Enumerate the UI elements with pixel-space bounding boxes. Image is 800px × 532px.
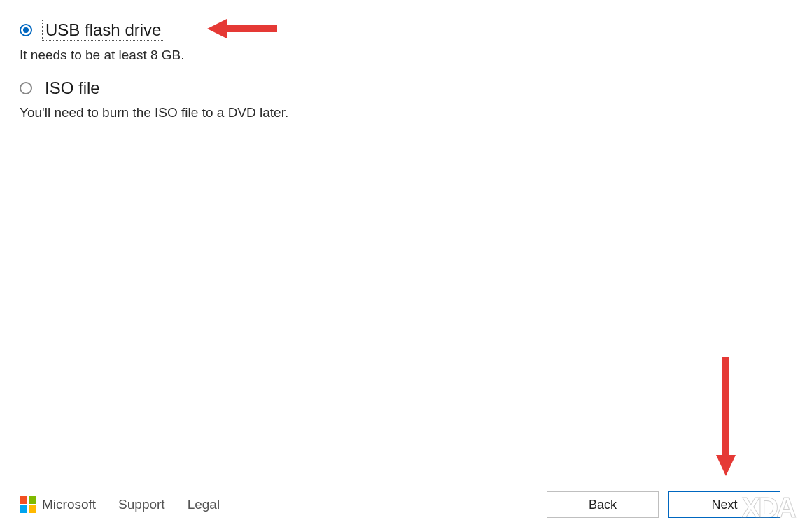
support-link[interactable]: Support — [118, 497, 165, 512]
option-label-iso[interactable]: ISO file — [42, 78, 103, 98]
option-label-usb[interactable]: USB flash drive — [42, 20, 164, 41]
microsoft-logo: Microsoft — [20, 496, 96, 513]
footer-left-group: Microsoft Support Legal — [20, 496, 220, 513]
media-selection-panel: USB flash drive It needs to be at least … — [0, 0, 800, 120]
legal-link[interactable]: Legal — [188, 497, 220, 512]
radio-unselected-icon[interactable] — [20, 82, 32, 94]
footer-bar: Microsoft Support Legal Back Next — [20, 491, 780, 518]
option-description-usb: It needs to be at least 8 GB. — [20, 48, 780, 63]
back-button[interactable]: Back — [547, 491, 659, 518]
option-iso-file[interactable]: ISO file You'll need to burn the ISO fil… — [20, 78, 780, 120]
svg-marker-1 — [716, 357, 736, 476]
svg-marker-0 — [207, 19, 277, 38]
option-description-iso: You'll need to burn the ISO file to a DV… — [20, 105, 780, 120]
next-button[interactable]: Next — [668, 491, 780, 518]
annotation-arrow-down-icon — [713, 357, 738, 479]
microsoft-brand-text: Microsoft — [42, 497, 96, 512]
microsoft-logo-icon — [20, 496, 36, 513]
option-usb-flash-drive[interactable]: USB flash drive It needs to be at least … — [20, 20, 780, 63]
footer-buttons: Back Next — [547, 491, 780, 518]
radio-selected-icon[interactable] — [20, 24, 32, 36]
annotation-arrow-left-icon — [207, 16, 277, 44]
